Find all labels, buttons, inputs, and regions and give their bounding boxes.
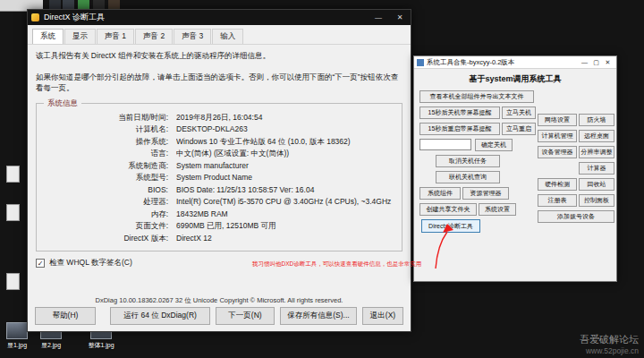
status-text: DxDiag 10.00.18362.0267 32 位 Unicode Cop… xyxy=(28,296,411,305)
restart-now-button[interactable]: 立马重启 xyxy=(502,123,536,135)
whql-checkbox[interactable]: ✓ xyxy=(36,259,45,268)
document-icon xyxy=(6,166,20,183)
info-row: 计算机名:DESKTOP-DKLA263 xyxy=(42,124,396,136)
system-settings-button[interactable]: 系统设置 xyxy=(479,203,516,216)
run-64bit-dxdiag-button[interactable]: 运行 64 位 DxDiag(R) xyxy=(110,307,210,325)
info-row: 操作系统:Windows 10 专业工作站版 64 位 (10.0, 版本 18… xyxy=(42,136,396,149)
firewall-button[interactable]: 防火墙 xyxy=(579,114,614,126)
computer-management-button[interactable]: 计算机管理 xyxy=(538,130,577,142)
hardware-check-button[interactable]: 硬件检测 xyxy=(538,178,577,191)
group-title: 系统信息 xyxy=(44,98,81,109)
tab-sound-1[interactable]: 声音 1 xyxy=(97,29,134,44)
dxdiag-button-row: 帮助(H) 运行 64 位 DxDiag(R) 下一页(N) 保存所有信息(S)… xyxy=(35,307,403,325)
dxdiag-app-icon xyxy=(31,13,39,21)
create-share-folder-button[interactable]: 创建共享文件夹 xyxy=(419,203,477,216)
add-dialup-device-button[interactable]: 添加拨号设备 xyxy=(538,210,614,223)
explorer-button[interactable]: 资源管理器 xyxy=(462,187,509,200)
recycle-bin-button[interactable]: 回收站 xyxy=(579,178,614,191)
file-label: 显1.jpg xyxy=(2,341,32,350)
control-panel-button[interactable]: 控制面板 xyxy=(579,194,614,207)
export-components-button[interactable]: 查看本机全部组件并导出文本文件 xyxy=(419,90,534,103)
system-components-button[interactable]: 系统组件 xyxy=(419,187,461,200)
save-all-info-button[interactable]: 保存所有信息(S)... xyxy=(280,307,357,325)
annotation-text: 我习惯叫他DXD诊断工具，可以快速查看硬件信息，也是非常实用 xyxy=(252,260,421,268)
info-row: 系统型号:System Product Name xyxy=(42,172,396,184)
remote-desktop-button[interactable]: 远程桌面 xyxy=(579,130,614,142)
delayed-restart-button[interactable]: 15秒后重启带屏幕提醒 xyxy=(419,123,500,135)
shutdown-now-button[interactable]: 立马关机 xyxy=(502,107,536,119)
intro-text-2: 如果你知道是哪个部分引起的故障，请单击上面适当的选项卡。否则，你可以使用下面的“… xyxy=(36,72,402,93)
desktop-icon[interactable] xyxy=(3,166,22,189)
confirm-shutdown-button[interactable]: 确定关机 xyxy=(475,139,513,151)
delayed-shutdown-button[interactable]: 15秒后关机带屏幕提醒 xyxy=(419,107,500,119)
file-label: 整体1.jpg xyxy=(80,341,122,350)
tool-header: 基于system调用系统工具 xyxy=(414,73,616,85)
system-info-group: 系统信息 当前日期/时间:2019年8月26日, 16:04:54 计算机名:D… xyxy=(36,103,402,252)
info-row: 内存:18432MB RAM xyxy=(42,209,396,221)
next-page-button[interactable]: 下一页(N) xyxy=(216,307,275,325)
maximize-button[interactable]: ▢ xyxy=(590,59,602,66)
image-thumbnail-icon xyxy=(6,322,28,339)
red-arrow-annotation xyxy=(427,222,462,271)
tab-sound-2[interactable]: 声音 2 xyxy=(135,29,173,44)
minimize-button[interactable]: — xyxy=(579,59,590,65)
cancel-shutdown-button[interactable]: 取消关机任务 xyxy=(436,155,500,167)
watermark-line2: www.52pojie.cn xyxy=(580,346,639,355)
document-icon xyxy=(6,204,20,221)
watermark-line1: 吾爱破解论坛 xyxy=(580,333,639,346)
query-shutdown-button[interactable]: 联机关机查询 xyxy=(436,171,500,183)
tab-input[interactable]: 输入 xyxy=(212,29,243,44)
network-settings-button[interactable]: 网络设置 xyxy=(538,114,577,126)
tab-system[interactable]: 系统 xyxy=(32,29,64,44)
tab-sound-3[interactable]: 声音 3 xyxy=(174,29,211,44)
device-manager-button[interactable]: 设备管理器 xyxy=(538,146,577,158)
info-row: 处理器:Intel(R) Core(TM) i5-3570 CPU @ 3.40… xyxy=(42,196,396,209)
shutdown-seconds-input[interactable] xyxy=(419,139,471,150)
desktop-icon[interactable] xyxy=(3,273,22,296)
exit-button[interactable]: 退出(X) xyxy=(362,307,403,325)
calculator-button[interactable]: 计算器 xyxy=(579,162,614,175)
forum-watermark: 吾爱破解论坛 www.52pojie.cn xyxy=(580,333,639,355)
help-button[interactable]: 帮助(H) xyxy=(35,307,96,325)
window-title: DirectX 诊断工具 xyxy=(44,12,368,23)
tool-app-icon xyxy=(417,59,424,66)
dxdiag-window: DirectX 诊断工具 — ✕ 系统 显示 声音 1 声音 2 声音 3 输入… xyxy=(27,9,411,332)
info-row: BIOS:BIOS Date: 11/25/13 10:58:57 Ver: 1… xyxy=(42,184,396,197)
window-title: 系统工具合集-byxcyy-0.2版本 xyxy=(427,58,579,67)
desktop-icon[interactable] xyxy=(3,204,22,227)
registry-button[interactable]: 注册表 xyxy=(538,194,577,207)
tab-bar: 系统 显示 声音 1 声音 2 声音 3 输入 xyxy=(28,25,411,45)
document-icon xyxy=(6,273,20,290)
intro-text-1: 该工具报告有关 DirectX 组件和安装在系统上的驱动程序的详细信息。 xyxy=(36,51,402,61)
dxdiag-titlebar[interactable]: DirectX 诊断工具 — ✕ xyxy=(28,10,411,25)
info-row: 当前日期/时间:2019年8月26日, 16:04:54 xyxy=(42,112,396,124)
tab-display[interactable]: 显示 xyxy=(64,29,96,44)
info-row: DirectX 版本:DirectX 12 xyxy=(42,233,396,245)
close-button[interactable]: ✕ xyxy=(389,10,411,25)
info-row: 语言:中文(简体) (区域设置: 中文(简体)) xyxy=(42,148,396,160)
info-row: 页面文件:6990MB 已用, 12510MB 可用 xyxy=(42,220,396,233)
file-label: 显2.jpg xyxy=(36,341,66,350)
minimize-button[interactable]: — xyxy=(368,10,389,25)
whql-label: 检查 WHQL 数字签名(C) xyxy=(49,258,132,268)
resolution-button[interactable]: 分辨率调整 xyxy=(579,146,614,158)
close-button[interactable]: ✕ xyxy=(602,59,614,66)
tool-titlebar[interactable]: 系统工具合集-byxcyy-0.2版本 — ▢ ✕ xyxy=(414,56,616,69)
dxdiag-body: 该工具报告有关 DirectX 组件和安装在系统上的驱动程序的详细信息。 如果你… xyxy=(28,45,411,268)
info-row: 系统制造商:System manufacturer xyxy=(42,160,396,173)
